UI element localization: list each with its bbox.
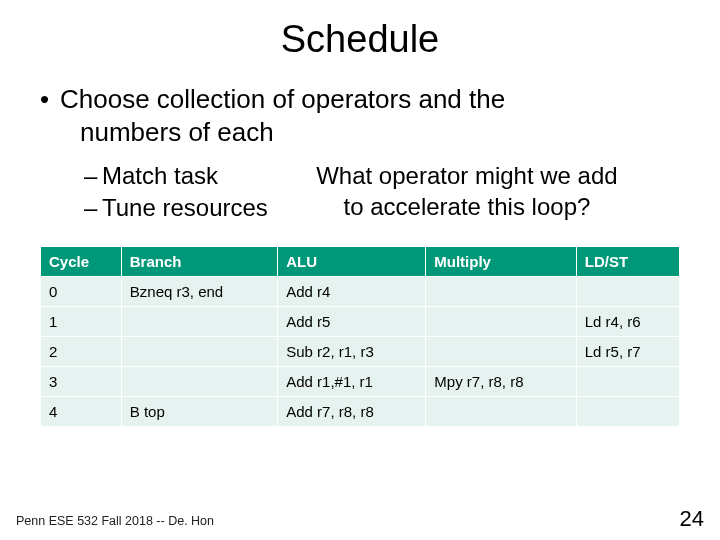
cell: Mpy r7, r8, r8 [426,367,576,397]
cell [576,277,679,307]
footer-text: Penn ESE 532 Fall 2018 -- De. Hon [16,514,214,528]
cell [576,367,679,397]
table-row: 1 Add r5 Ld r4, r6 [41,307,680,337]
bullet-1-line2: numbers of each [80,116,680,149]
bullet-1-line1: Choose collection of operators and the [60,84,505,114]
table-header-row: Cycle Branch ALU Multiply LD/ST [41,247,680,277]
cell: 3 [41,367,122,397]
col-cycle: Cycle [41,247,122,277]
cell: 1 [41,307,122,337]
col-alu: ALU [278,247,426,277]
cell [426,277,576,307]
col-ldst: LD/ST [576,247,679,277]
schedule-table: Cycle Branch ALU Multiply LD/ST 0 Bzneq … [40,246,680,427]
slide-title: Schedule [0,18,720,61]
cell: B top [121,397,277,427]
question-text: What operator might we add to accelerate… [268,160,680,222]
table-row: 3 Add r1,#1, r1 Mpy r7, r8, r8 [41,367,680,397]
dash-marker: – [84,160,102,192]
sub-bullet-2: –Tune resources [84,192,268,224]
cell: 2 [41,337,122,367]
cell: Add r5 [278,307,426,337]
cell: Add r4 [278,277,426,307]
question-line2: to accelerate this loop? [278,191,656,222]
question-line1: What operator might we add [278,160,656,191]
dash-marker: – [84,192,102,224]
sub-bullet-2-text: Tune resources [102,194,268,221]
cell [121,337,277,367]
table-row: 0 Bzneq r3, end Add r4 [41,277,680,307]
bullet-block: •Choose collection of operators and the … [0,83,720,224]
cell: Add r7, r8, r8 [278,397,426,427]
bullet-1: •Choose collection of operators and the … [40,83,680,150]
sub-and-question-row: –Match task –Tune resources What operato… [40,160,680,225]
cell [426,337,576,367]
slide: Schedule •Choose collection of operators… [0,0,720,540]
cell [426,397,576,427]
page-number: 24 [680,506,704,532]
cell [576,397,679,427]
sub-bullet-list: –Match task –Tune resources [40,160,268,225]
cell: Add r1,#1, r1 [278,367,426,397]
cell: 0 [41,277,122,307]
bullet-marker: • [40,83,60,116]
cell: Ld r5, r7 [576,337,679,367]
cell: Ld r4, r6 [576,307,679,337]
cell [121,307,277,337]
cell: Sub r2, r1, r3 [278,337,426,367]
sub-bullet-1-text: Match task [102,162,218,189]
col-branch: Branch [121,247,277,277]
table-row: 2 Sub r2, r1, r3 Ld r5, r7 [41,337,680,367]
cell [426,307,576,337]
col-multiply: Multiply [426,247,576,277]
cell: 4 [41,397,122,427]
sub-bullet-1: –Match task [84,160,268,192]
table-row: 4 B top Add r7, r8, r8 [41,397,680,427]
cell: Bzneq r3, end [121,277,277,307]
cell [121,367,277,397]
